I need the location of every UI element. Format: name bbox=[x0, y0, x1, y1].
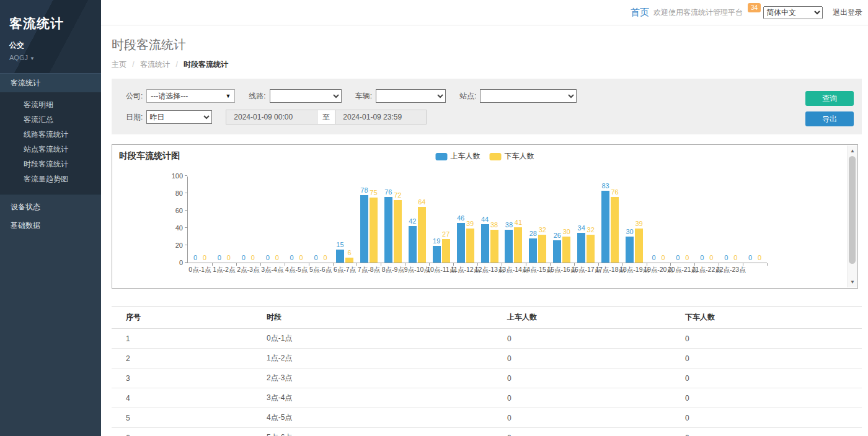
filter-row-1: 公司: ---请选择--- ▼ 线路: 车辆: 站点: bbox=[126, 89, 862, 103]
bar-alighting bbox=[442, 239, 450, 263]
sidebar-item-base-data[interactable]: 基础数据 bbox=[0, 216, 101, 235]
bar-boarding bbox=[409, 226, 417, 263]
chart-vertical-scrollbar[interactable]: ▲ ▼ bbox=[847, 146, 857, 287]
bar-group-alighting: 0 bbox=[321, 255, 329, 263]
bar-value-label: 41 bbox=[515, 219, 522, 226]
table-cell: 0 bbox=[671, 368, 862, 388]
chart-category: 003点-4点 bbox=[260, 177, 285, 263]
table-row: 32点-3点00 bbox=[112, 368, 862, 388]
bar-value-label: 0 bbox=[227, 255, 231, 261]
table-cell: 0 bbox=[493, 408, 671, 428]
bar-group-alighting: 39 bbox=[466, 220, 474, 263]
sidebar-section-passenger-stats[interactable]: 客流统计 bbox=[0, 73, 101, 92]
table-cell: 0 bbox=[493, 329, 671, 349]
sidebar-item-passenger-summary[interactable]: 客流汇总 bbox=[0, 112, 101, 127]
y-axis-tick bbox=[185, 262, 187, 263]
logout-link[interactable]: 退出登录 bbox=[833, 7, 862, 18]
table-row: 10点-1点00 bbox=[112, 329, 862, 349]
bar-value-label: 39 bbox=[466, 220, 474, 227]
legend-alighting[interactable]: 下车人数 bbox=[490, 151, 534, 162]
chart-category: 001点-2点 bbox=[212, 177, 236, 263]
bar-value-label: 0 bbox=[218, 255, 221, 261]
bar-value-label: 0 bbox=[242, 255, 246, 261]
bar-group-alighting: 0 bbox=[200, 255, 208, 263]
sidebar-item-trend-chart[interactable]: 客流量趋势图 bbox=[0, 172, 101, 186]
bar-group-alighting: 64 bbox=[418, 199, 426, 263]
bar-boarding bbox=[360, 195, 368, 263]
vehicle-select[interactable] bbox=[376, 89, 446, 103]
chart-panel: 时段车流统计图 上车人数 下车人数 000点-1点001点-2点002点-3点0… bbox=[112, 144, 858, 289]
sidebar-item-period-stats[interactable]: 时段客流统计 bbox=[0, 157, 101, 172]
bar-value-label: 64 bbox=[418, 199, 425, 206]
table-row: 21点-2点00 bbox=[112, 349, 862, 368]
bar-value-label: 0 bbox=[193, 255, 197, 261]
bar-boarding bbox=[553, 240, 561, 263]
bar-value-label: 32 bbox=[539, 227, 546, 233]
query-button[interactable]: 查询 bbox=[805, 91, 854, 106]
bar-group-alighting: 0 bbox=[683, 255, 691, 263]
scrollbar-thumb[interactable] bbox=[849, 156, 856, 264]
org-label: 公交 bbox=[9, 40, 101, 51]
date-preset-select[interactable]: 昨日 bbox=[146, 110, 212, 124]
table-cell: 0 bbox=[671, 329, 862, 349]
bar-group-boarding: 76 bbox=[384, 189, 392, 263]
chart-category: 0023点-24点 bbox=[743, 177, 767, 263]
col-header-index: 序号 bbox=[112, 307, 252, 329]
bar-value-label: 28 bbox=[529, 230, 537, 237]
date-range-group: 至 bbox=[226, 110, 427, 124]
date-range-separator: 至 bbox=[317, 110, 335, 124]
chart-legend: 上车人数 下车人数 bbox=[436, 151, 534, 162]
breadcrumb-passenger-stats[interactable]: 客流统计 bbox=[140, 60, 170, 69]
bar-value-label: 75 bbox=[370, 190, 377, 196]
page-title: 时段客流统计 bbox=[112, 37, 857, 53]
x-axis-label: 2点-3点 bbox=[237, 266, 259, 274]
bar-alighting bbox=[418, 207, 426, 263]
scroll-up-arrow-icon[interactable]: ▲ bbox=[848, 146, 857, 155]
line-select[interactable] bbox=[270, 89, 342, 103]
home-link[interactable]: 首页 bbox=[631, 7, 649, 19]
legend-boarding[interactable]: 上车人数 bbox=[436, 151, 480, 162]
bar-value-label: 0 bbox=[251, 255, 255, 261]
date-label: 日期: bbox=[126, 112, 143, 123]
bar-value-label: 76 bbox=[611, 189, 619, 196]
table-cell: 0 bbox=[671, 349, 862, 368]
bar-alighting bbox=[587, 235, 595, 263]
bar-group-boarding: 15 bbox=[336, 242, 344, 263]
table-cell: 0 bbox=[493, 428, 671, 436]
chart-category: 005点-6点 bbox=[309, 177, 333, 263]
table-header-row: 序号 时段 上车人数 下车人数 bbox=[112, 307, 862, 329]
bar-value-label: 0 bbox=[748, 255, 752, 261]
bar-group-boarding: 26 bbox=[553, 232, 561, 263]
sidebar-item-station-stats[interactable]: 站点客流统计 bbox=[0, 142, 101, 157]
account-dropdown[interactable]: AQGJ▼ bbox=[9, 54, 101, 61]
bar-value-label: 6 bbox=[347, 250, 351, 256]
bar-alighting bbox=[394, 200, 402, 263]
bar-group-boarding: 0 bbox=[239, 255, 247, 263]
x-axis-label: 1点-2点 bbox=[213, 266, 235, 274]
bar-alighting bbox=[611, 197, 619, 263]
breadcrumb-home[interactable]: 主页 bbox=[112, 60, 126, 69]
bar-group-alighting: 0 bbox=[707, 255, 715, 263]
export-button[interactable]: 导出 bbox=[805, 111, 854, 126]
scroll-down-arrow-icon[interactable]: ▼ bbox=[848, 277, 857, 287]
date-from-input[interactable] bbox=[226, 110, 317, 124]
language-select[interactable]: 简体中文 bbox=[763, 6, 823, 19]
company-select[interactable]: ---请选择--- ▼ bbox=[146, 89, 235, 103]
sidebar-item-passenger-detail[interactable]: 客流明细 bbox=[0, 97, 101, 112]
table-cell: 0 bbox=[493, 368, 671, 388]
sidebar-item-device-status[interactable]: 设备状态 bbox=[0, 198, 101, 216]
vehicle-label: 车辆: bbox=[355, 91, 372, 102]
bar-group-boarding: 0 bbox=[746, 255, 755, 263]
x-axis-label: 6点-7点 bbox=[334, 266, 356, 274]
breadcrumb: 主页 / 客流统计 / 时段客流统计 bbox=[112, 59, 857, 79]
bar-value-label: 0 bbox=[700, 255, 704, 261]
chart-category: 42649点-10点 bbox=[405, 177, 429, 263]
sidebar-item-line-stats[interactable]: 线路客流统计 bbox=[0, 127, 101, 142]
bar-value-label: 78 bbox=[360, 187, 368, 194]
date-to-input[interactable] bbox=[335, 110, 427, 124]
bar-group-alighting: 32 bbox=[538, 227, 546, 263]
chart-category: 0022点-23点 bbox=[719, 177, 743, 263]
bar-value-label: 38 bbox=[505, 222, 513, 229]
station-select[interactable] bbox=[480, 89, 577, 103]
bar-value-label: 0 bbox=[724, 255, 728, 261]
